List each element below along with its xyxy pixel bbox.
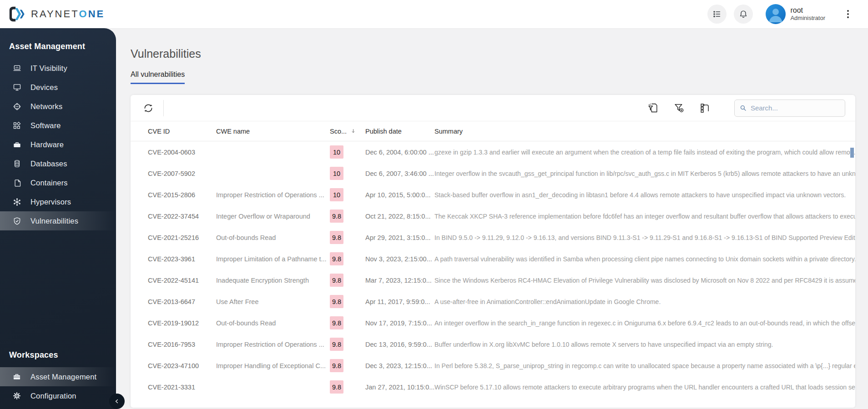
cell-score: 9.8: [330, 316, 362, 329]
sidebar-item-databases[interactable]: Databases: [0, 154, 116, 173]
vertical-scrollbar-thumb[interactable]: [850, 148, 854, 158]
cell-summary: In Perl before 5.38.2, S_parse_uniprop_s…: [434, 362, 855, 369]
score-badge: 9.8: [330, 359, 343, 372]
tab-all-vulnerabilities[interactable]: All vulnerabilities: [131, 70, 185, 84]
user-meta: root Administrator: [790, 6, 825, 21]
cell-publish-date: Nov 3, 2023, 2:15:00...: [362, 255, 434, 263]
table-row[interactable]: CVE-2016-7953 Improper Restriction of Op…: [131, 334, 855, 355]
cell-cve-id: CVE-2007-5902: [148, 170, 216, 177]
score-badge: 10: [330, 145, 343, 159]
topbar: RAYNETONE ro: [0, 0, 868, 28]
table-row[interactable]: CVE-2022-37454 Integer Overflow or Wrapa…: [131, 205, 855, 227]
cell-summary: The Keccak XKCP SHA-3 reference implemen…: [434, 213, 855, 220]
toolbox-icon: [12, 140, 22, 150]
table-body: CVE-2004-0603 10 Dec 6, 2004, 6:00:00 ..…: [131, 141, 855, 398]
table-row[interactable]: CVE-2023-47100 Improper Handling of Exce…: [131, 355, 855, 376]
cell-summary: A path traversal vulnerability was ident…: [434, 255, 855, 263]
table-row[interactable]: CVE-2015-2806 Improper Restriction of Op…: [131, 184, 855, 205]
sidebar: Asset Management IT Visibility Devices N…: [0, 28, 116, 409]
cell-score: 9.8: [330, 274, 362, 287]
laptop-icon: [12, 64, 22, 73]
score-badge: 9.8: [330, 380, 343, 394]
cell-cve-id: CVE-2004-0603: [148, 149, 216, 156]
column-chooser-button[interactable]: [697, 100, 712, 115]
cell-summary: Buffer underflow in X.org libXvMC before…: [434, 341, 855, 348]
table-row[interactable]: CVE-2022-45141 Inadequate Encryption Str…: [131, 269, 855, 291]
cell-summary: Integer overflow in the svcauth_gss_get_…: [434, 170, 855, 177]
cell-score: 9.8: [330, 252, 362, 265]
tab-bar: All vulnerabilities: [131, 70, 868, 84]
column-header-score[interactable]: Sco...: [330, 128, 362, 135]
cell-summary: Since the Windows Kerberos RC4-HMAC Elev…: [434, 277, 855, 284]
cell-publish-date: Nov 17, 2019, 7:15:0...: [362, 319, 434, 327]
chevron-left-icon: [114, 399, 120, 404]
column-header-cve-id[interactable]: CVE ID: [148, 128, 216, 135]
cell-score: 9.8: [330, 380, 362, 394]
cell-cwe-name: Out-of-bounds Read: [216, 319, 330, 327]
notifications-button[interactable]: [734, 5, 753, 24]
cell-publish-date: Dec 13, 2016, 9:59:0...: [362, 341, 434, 348]
network-icon: [12, 102, 22, 111]
cell-publish-date: Dec 6, 2004, 6:00:00 ...: [362, 149, 434, 156]
cell-cwe-name: Improper Handling of Exceptional C...: [216, 362, 330, 369]
sidebar-item-hypervisors[interactable]: Hypervisors: [0, 192, 116, 211]
cell-publish-date: Dec 6, 2007, 3:46:00 ...: [362, 170, 434, 177]
cell-cwe-name: Out-of-bounds Read: [216, 234, 330, 241]
sort-descending-icon: [350, 128, 356, 134]
sidebar-collapse-button[interactable]: [109, 394, 125, 409]
table-header: CVE ID CWE name Sco... Publish date Summ…: [131, 121, 855, 141]
table-row[interactable]: CVE-2023-3961 Improper Limitation of a P…: [131, 248, 855, 269]
cell-cve-id: CVE-2022-45141: [148, 277, 216, 284]
cell-summary: An integer overflow in the search_in_ran…: [434, 319, 855, 327]
cell-publish-date: Oct 21, 2022, 8:15:0...: [362, 213, 434, 220]
cell-summary: Stack-based buffer overflow in asn1_der_…: [434, 191, 855, 199]
sidebar-item-it-visibility[interactable]: IT Visibility: [0, 59, 116, 78]
clear-filter-button[interactable]: [671, 100, 686, 115]
table-row[interactable]: CVE-2013-6647 Use After Free 9.8 Apr 11,…: [131, 291, 855, 312]
cell-score: 9.8: [330, 359, 362, 372]
cell-cwe-name: Improper Restriction of Operations ...: [216, 341, 330, 348]
task-list-button[interactable]: [707, 5, 727, 24]
export-filtered-button[interactable]: [646, 100, 661, 115]
score-badge: 9.8: [330, 338, 343, 351]
cell-score: 10: [330, 167, 362, 180]
bell-icon: [738, 9, 748, 19]
avatar[interactable]: [766, 4, 786, 24]
table-row[interactable]: CVE-2021-3331 9.8 Jan 27, 2021, 10:15:0.…: [131, 376, 855, 398]
refresh-button[interactable]: [141, 100, 156, 116]
column-header-cwe-name[interactable]: CWE name: [216, 128, 330, 135]
cell-summary: WinSCP before 5.17.10 allows remote atta…: [434, 384, 855, 391]
score-badge: 10: [330, 167, 343, 180]
sidebar-item-vulnerabilities[interactable]: Vulnerabilities: [0, 211, 116, 230]
cell-publish-date: Jan 27, 2021, 10:15:0...: [362, 384, 434, 391]
table-row[interactable]: CVE-2019-19012 Out-of-bounds Read 9.8 No…: [131, 312, 855, 334]
search-input[interactable]: [751, 104, 840, 112]
sidebar-item-software[interactable]: Software: [0, 116, 116, 135]
cell-publish-date: Apr 29, 2021, 3:15:0...: [362, 234, 434, 241]
column-header-summary[interactable]: Summary: [434, 128, 855, 135]
raynetone-logo-icon: [8, 5, 25, 23]
score-badge: 9.8: [330, 295, 343, 308]
table-row[interactable]: CVE-2007-5902 10 Dec 6, 2007, 3:46:00 ..…: [131, 163, 855, 184]
column-header-publish-date[interactable]: Publish date: [362, 128, 434, 135]
brand-logo: RAYNETONE: [8, 5, 105, 23]
hypervisor-icon: [12, 197, 22, 207]
table-row[interactable]: CVE-2004-0603 10 Dec 6, 2004, 6:00:00 ..…: [131, 141, 855, 163]
main-content: Vulnerabilities All vulnerabilities: [116, 28, 868, 409]
cell-cwe-name: Improper Restriction of Operations ...: [216, 191, 330, 199]
sidebar-item-containers[interactable]: Containers: [0, 173, 116, 192]
database-icon: [12, 159, 22, 169]
vulnerabilities-table-card: CVE ID CWE name Sco... Publish date Summ…: [131, 95, 855, 408]
task-list-icon: [712, 9, 722, 19]
export-filtered-icon: [647, 102, 659, 114]
sidebar-item-hardware[interactable]: Hardware: [0, 135, 116, 154]
sidebar-item-networks[interactable]: Networks: [0, 97, 116, 116]
workspaces-section: Workspaces Asset Management Configuratio…: [0, 350, 116, 405]
clear-filter-icon: [673, 102, 685, 114]
kebab-menu-button[interactable]: [844, 7, 852, 21]
score-badge: 9.8: [330, 274, 343, 287]
workspace-item-asset-management[interactable]: Asset Management: [0, 367, 116, 386]
sidebar-item-devices[interactable]: Devices: [0, 78, 116, 97]
table-row[interactable]: CVE-2021-25216 Out-of-bounds Read 9.8 Ap…: [131, 227, 855, 248]
workspace-item-configuration[interactable]: Configuration: [0, 386, 116, 405]
